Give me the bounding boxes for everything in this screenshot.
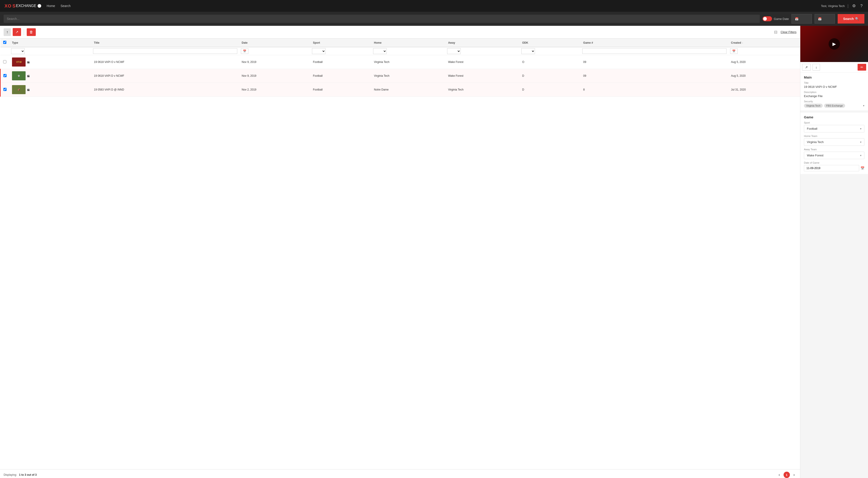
- col-type: Type: [9, 38, 91, 47]
- row-home-2: Virginia Tech: [371, 69, 445, 83]
- user-name: Test, Virginia Tech: [821, 4, 845, 8]
- delete-button[interactable]: 🗑: [27, 28, 36, 36]
- row-created-3: Jul 31, 2020: [728, 83, 800, 97]
- filter-date[interactable]: 📅: [239, 47, 310, 55]
- field-thumb-2: ⚽: [12, 71, 26, 81]
- row-created-1: Aug 5, 2020: [728, 55, 800, 69]
- date-filter-button[interactable]: 📅: [241, 49, 248, 54]
- away-dropdown-arrow: ▾: [860, 154, 862, 157]
- share-button[interactable]: ↗: [13, 28, 21, 36]
- upload-button[interactable]: ↑: [4, 28, 11, 36]
- security-dropdown-arrow[interactable]: ▾: [863, 104, 864, 107]
- row-type-2: ⚽ 🎬: [9, 69, 91, 83]
- preview-edit-button[interactable]: ✏: [858, 64, 866, 71]
- filter-icon-button[interactable]: ⊟: [773, 28, 779, 36]
- end-date-picker[interactable]: 📅: [814, 14, 835, 24]
- toggle-label: Game Date: [774, 17, 789, 21]
- row-home-3: Notre Dame: [371, 83, 445, 97]
- away-team-dropdown[interactable]: Wake Forest ▾: [804, 152, 864, 159]
- nav-search[interactable]: Search: [60, 4, 70, 8]
- table-row[interactable]: ⚽ 🎬 19 0618 VAPI D v NCWF Nov 9, 2019 Fo…: [0, 69, 800, 83]
- settings-button[interactable]: ⚙: [851, 2, 857, 9]
- row-checkbox-cell[interactable]: [0, 55, 9, 69]
- col-game-num: Game #: [581, 38, 728, 47]
- row-checkbox-cell[interactable]: [0, 69, 9, 83]
- row-away-1: Wake Forest: [445, 55, 519, 69]
- row-checkbox-cell[interactable]: [0, 83, 9, 97]
- sport-filter-select[interactable]: [312, 48, 326, 54]
- current-page[interactable]: 1: [783, 472, 790, 478]
- next-page-button[interactable]: ›: [792, 472, 797, 478]
- search-input[interactable]: [4, 15, 760, 23]
- filter-title[interactable]: [91, 47, 239, 55]
- filter-type[interactable]: [9, 47, 91, 55]
- title-label: Title: [804, 82, 864, 84]
- home-team-label: Home Team: [804, 135, 864, 137]
- filter-home[interactable]: [371, 47, 445, 55]
- play-button[interactable]: ▶: [829, 38, 840, 50]
- table-wrap: Type Title Date Sport Home Away ODK Game…: [0, 38, 800, 469]
- prev-page-button[interactable]: ‹: [777, 472, 781, 478]
- video-icon-1: 🎬: [27, 61, 30, 63]
- row-checkbox-1[interactable]: [3, 60, 6, 63]
- home-filter-select[interactable]: [373, 48, 387, 54]
- away-filter-select[interactable]: [447, 48, 461, 54]
- description-label: Description: [804, 91, 864, 93]
- select-all-header[interactable]: [0, 38, 9, 47]
- date-of-game-calendar-icon[interactable]: 📅: [861, 166, 864, 170]
- filter-odk[interactable]: [520, 47, 581, 55]
- table-row[interactable]: VT W 🎬 19 0618 VAPI O v NCWF Nov 9, 2019…: [0, 55, 800, 69]
- row-odk-1: O: [520, 55, 581, 69]
- toolbar: ↑ ↗ 🗑 ⊟ Clear Filters: [0, 26, 800, 38]
- row-date-3: Nov 2, 2019: [239, 83, 310, 97]
- search-icon: 🔍: [855, 17, 859, 21]
- created-filter-button[interactable]: 📅: [730, 49, 738, 54]
- start-date-picker[interactable]: 📅: [792, 14, 812, 24]
- vt-logo-thumb: VT W: [12, 58, 26, 67]
- row-checkbox-3[interactable]: [3, 88, 6, 91]
- row-away-2: Wake Forest: [445, 69, 519, 83]
- search-button[interactable]: Search 🔍: [838, 14, 864, 24]
- logo-s: S: [12, 3, 16, 9]
- top-navigation: XOS EXCHANGE Home Search Test, Virginia …: [0, 0, 868, 12]
- displaying-label: Displaying:: [4, 473, 17, 476]
- home-team-dropdown[interactable]: Virginia Tech ▾: [804, 138, 864, 146]
- type-filter-select[interactable]: [11, 48, 25, 54]
- row-title-1: 19 0618 VAPI O v NCWF: [91, 55, 239, 69]
- share-icon: ↗: [16, 30, 18, 34]
- preview-download-button[interactable]: ↓: [812, 64, 820, 71]
- date-of-game-label: Date of Game: [804, 161, 864, 164]
- filter-created[interactable]: 📅: [728, 47, 800, 55]
- search-label: Search: [843, 17, 854, 21]
- filter-away[interactable]: [445, 47, 519, 55]
- date-of-game-field: 📅: [804, 165, 864, 171]
- right-panel: ▶ ↗ ↓ ✏ Main Title 19 0618 VAPI O v NCWF…: [800, 26, 868, 478]
- logo-exchange: EXCHANGE: [16, 4, 36, 8]
- clear-filters-button[interactable]: Clear Filters: [781, 30, 797, 34]
- filter-sport[interactable]: [310, 47, 371, 55]
- row-title-2: 19 0618 VAPI D v NCWF: [91, 69, 239, 83]
- preview-share-button[interactable]: ↗: [802, 64, 811, 71]
- select-all-checkbox[interactable]: [3, 41, 6, 44]
- sport-dropdown[interactable]: Football ▾: [804, 125, 864, 132]
- row-game-3: 8: [581, 83, 728, 97]
- date-of-game-input[interactable]: [804, 165, 859, 171]
- toggle-track[interactable]: [763, 16, 772, 21]
- nav-right: Test, Virginia Tech | ⚙ ?: [821, 2, 864, 9]
- video-icon-2: 🎬: [27, 75, 30, 77]
- table-row[interactable]: 🏈 🎬 19 0583 VAPI D @ INND Nov 2, 2019 Fo…: [0, 83, 800, 97]
- game-num-filter-input[interactable]: [582, 49, 726, 54]
- help-button[interactable]: ?: [859, 3, 864, 9]
- away-team-label: Away Team: [804, 148, 864, 151]
- thumb-cell-2: ⚽ 🎬: [12, 71, 89, 81]
- title-filter-input[interactable]: [93, 49, 237, 54]
- odk-filter-select[interactable]: [521, 48, 535, 54]
- row-checkbox-2[interactable]: [3, 74, 6, 77]
- game-date-toggle[interactable]: [763, 16, 772, 21]
- video-icon-3: 🎬: [27, 89, 30, 91]
- nav-home[interactable]: Home: [46, 4, 55, 8]
- row-date-2: Nov 9, 2019: [239, 69, 310, 83]
- filter-game-num[interactable]: [581, 47, 728, 55]
- row-type-1: VT W 🎬: [9, 55, 91, 69]
- displaying-range: 1 to 3 out of 3: [19, 473, 37, 476]
